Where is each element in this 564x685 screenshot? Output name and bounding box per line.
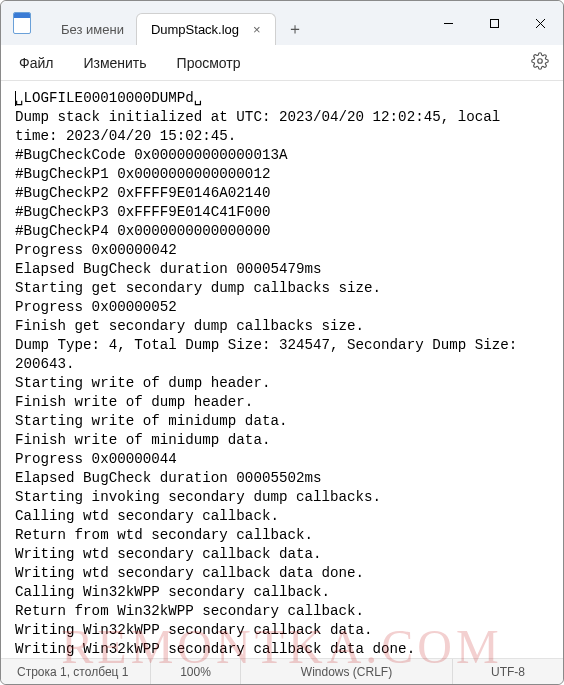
- tab-untitled[interactable]: Без имени: [47, 13, 134, 45]
- status-position: Строка 1, столбец 1: [1, 659, 151, 684]
- svg-rect-1: [490, 19, 498, 27]
- close-icon: [535, 18, 546, 29]
- tab-strip: Без имени DumpStack.log × ＋: [43, 1, 425, 45]
- tab-close-icon[interactable]: ×: [249, 20, 265, 39]
- minimize-icon: [443, 18, 454, 29]
- text-editor[interactable]: ␣LOGFILE00010000DUMPd␣ Dump stack initia…: [1, 81, 563, 658]
- status-lineending[interactable]: Windows (CRLF): [241, 659, 453, 684]
- minimize-button[interactable]: [425, 1, 471, 45]
- editor-content: ␣LOGFILE00010000DUMPd␣ Dump stack initia…: [15, 90, 526, 658]
- window-control-buttons: [425, 1, 563, 45]
- app-icon: [1, 1, 43, 45]
- maximize-icon: [489, 18, 500, 29]
- tab-dumpstack[interactable]: DumpStack.log ×: [136, 13, 276, 45]
- menu-edit[interactable]: Изменить: [79, 51, 150, 75]
- tab-label: DumpStack.log: [151, 22, 239, 37]
- menubar: Файл Изменить Просмотр: [1, 45, 563, 81]
- status-zoom[interactable]: 100%: [151, 659, 241, 684]
- status-encoding[interactable]: UTF-8: [453, 659, 563, 684]
- menu-view[interactable]: Просмотр: [173, 51, 245, 75]
- notepad-icon: [13, 12, 31, 34]
- tab-label: Без имени: [61, 22, 124, 37]
- menu-file[interactable]: Файл: [15, 51, 57, 75]
- gear-icon: [531, 52, 549, 70]
- app-window: Без имени DumpStack.log × ＋ Файл Изменит…: [0, 0, 564, 685]
- svg-point-4: [538, 58, 543, 63]
- maximize-button[interactable]: [471, 1, 517, 45]
- titlebar: Без имени DumpStack.log × ＋: [1, 1, 563, 45]
- new-tab-button[interactable]: ＋: [278, 13, 312, 45]
- close-button[interactable]: [517, 1, 563, 45]
- statusbar: Строка 1, столбец 1 100% Windows (CRLF) …: [1, 658, 563, 684]
- settings-button[interactable]: [531, 52, 549, 74]
- plus-icon: ＋: [287, 19, 303, 40]
